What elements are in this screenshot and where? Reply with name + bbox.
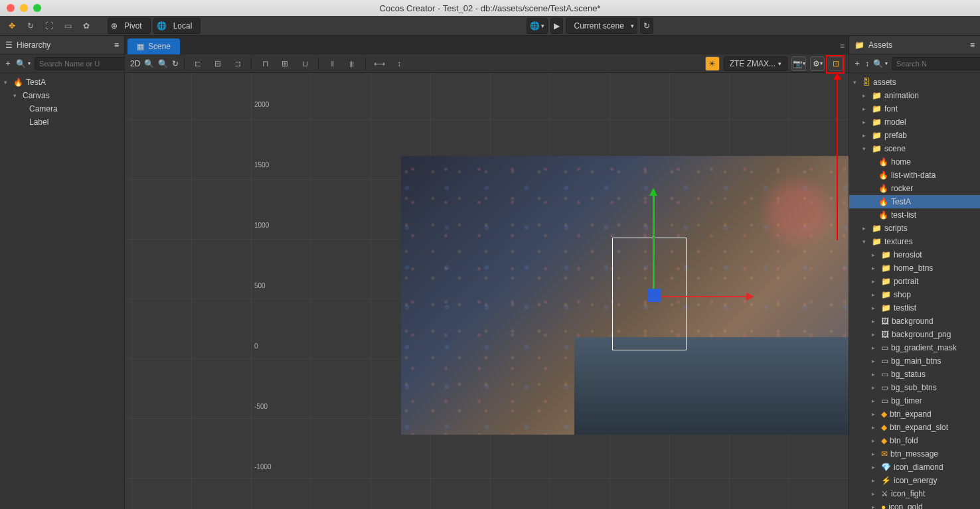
search-icon[interactable]: 🔍 [873, 59, 883, 68]
mode-2d-button[interactable]: 2D [130, 59, 140, 68]
scene-viewport[interactable]: 2000 1500 1000 500 0 -500 -1000 [125, 73, 849, 509]
add-node-button[interactable]: ＋ [4, 58, 12, 69]
gizmo-center[interactable] [647, 289, 661, 302]
distribute-h-icon[interactable]: ⫴ [324, 56, 340, 71]
align-bottom-icon[interactable]: ⊔ [297, 56, 313, 71]
image-icon: ⚡ [881, 476, 891, 485]
align-middle-icon[interactable]: ⊞ [277, 56, 293, 71]
asset-image[interactable]: ▸💎icon_diamond [849, 461, 980, 474]
asset-folder[interactable]: ▸📁animation [849, 89, 980, 102]
panel-menu-icon[interactable]: ≡ [836, 37, 849, 54]
asset-image[interactable]: ▸◆btn_fold [849, 434, 980, 447]
scene-tab[interactable]: ▦Scene [127, 38, 180, 54]
asset-image[interactable]: ▸▭bg_sub_btns [849, 381, 980, 394]
device-dropdown[interactable]: ZTE ZMAX...▾ [724, 56, 787, 71]
add-asset-button[interactable]: ＋ [853, 58, 861, 69]
asset-scene-selected[interactable]: 🔥TestA [849, 195, 980, 208]
asset-image[interactable]: ▸🖼background [849, 315, 980, 328]
asset-image[interactable]: ▸⚔icon_fight [849, 487, 980, 500]
spacing-h-icon[interactable]: ⟷ [371, 56, 387, 71]
asset-image[interactable]: ▸◆btn_expand [849, 407, 980, 421]
tree-node-label[interactable]: Label [0, 115, 124, 129]
image-icon: ▭ [881, 383, 888, 392]
ruler-mark: -1000 [254, 463, 272, 471]
asset-image[interactable]: ▸🖼background_png [849, 328, 980, 341]
move-tool-icon[interactable]: ✥ [4, 19, 20, 33]
close-window-button[interactable] [7, 4, 15, 12]
asset-scene[interactable]: 🔥home [849, 155, 980, 169]
asset-image[interactable]: ▸▭bg_gradient_mask [849, 341, 980, 354]
globe-icon: 🌐 [157, 21, 167, 31]
asset-image[interactable]: ▸▭bg_status [849, 368, 980, 381]
asset-image[interactable]: ▸●icon_gold [849, 500, 980, 509]
minimize-window-button[interactable] [20, 4, 28, 12]
panel-menu-icon[interactable]: ≡ [114, 40, 119, 50]
asset-scene[interactable]: 🔥list-with-data [849, 169, 980, 182]
light-toggle-icon[interactable]: ☀ [705, 56, 720, 71]
annotation-arrow [837, 74, 838, 240]
image-icon: ▭ [881, 356, 888, 366]
assets-title: Assets [868, 40, 892, 50]
align-left-icon[interactable]: ⊏ [190, 56, 206, 71]
assets-tree: ▾🗄assets ▸📁animation ▸📁font ▸📁model ▸📁pr… [849, 73, 980, 509]
gizmo-y-axis[interactable] [653, 189, 655, 295]
asset-image[interactable]: ▸⚡icon_energy [849, 474, 980, 487]
tree-node-root[interactable]: ▾🔥TestA [0, 76, 124, 89]
maximize-window-button[interactable] [33, 4, 41, 12]
reset-view-icon[interactable]: ↻ [172, 59, 179, 68]
gizmo-x-axis[interactable] [653, 296, 753, 297]
asset-folder[interactable]: ▸📁model [849, 115, 980, 129]
asset-folder[interactable]: ▸📁prefab [849, 129, 980, 142]
search-icon[interactable]: 🔍 [16, 59, 26, 68]
align-right-icon[interactable]: ⊐ [230, 56, 246, 71]
scene-dropdown[interactable]: Current scene▾ [566, 18, 637, 34]
align-center-icon[interactable]: ⊟ [210, 56, 226, 71]
asset-folder[interactable]: ▸📁testlist [849, 301, 980, 315]
web-preview-button[interactable]: 🌐▾ [527, 18, 548, 34]
asset-folder[interactable]: ▸📁portrait [849, 275, 980, 288]
hierarchy-title: Hierarchy [17, 40, 50, 50]
asset-folder[interactable]: ▸📁shop [849, 288, 980, 301]
panel-menu-icon[interactable]: ≡ [970, 40, 975, 50]
rect-tool-icon[interactable]: ▭ [60, 19, 76, 33]
hierarchy-search-input[interactable] [35, 57, 135, 70]
pivot-button[interactable]: ⊕ Pivot [108, 18, 151, 34]
hierarchy-icon: ☰ [5, 40, 13, 50]
asset-folder[interactable]: ▾📁textures [849, 235, 980, 248]
camera-button[interactable]: 📷▾ [791, 56, 806, 71]
asset-scene[interactable]: 🔥test-list [849, 208, 980, 222]
assets-search-input[interactable] [892, 57, 980, 70]
zoom-out-icon[interactable]: 🔍 [158, 59, 168, 68]
asset-image[interactable]: ▸▭bg_main_btns [849, 354, 980, 368]
refresh-button[interactable]: ↻ [640, 18, 653, 34]
asset-folder[interactable]: ▸📁scripts [849, 222, 980, 235]
asset-scene[interactable]: 🔥rocker [849, 182, 980, 195]
asset-root[interactable]: ▾🗄assets [849, 76, 980, 89]
folder-icon: 📁 [855, 40, 864, 50]
zoom-in-icon[interactable]: 🔍 [144, 59, 154, 68]
asset-folder[interactable]: ▾📁scene [849, 142, 980, 155]
play-icon: ▶ [554, 21, 560, 31]
window-title: Cocos Creator - Test_02 - db://assets/sc… [380, 3, 601, 13]
spacing-v-icon[interactable]: ↕ [391, 56, 407, 71]
asset-folder[interactable]: ▸📁font [849, 102, 980, 115]
rotate-tool-icon[interactable]: ↻ [23, 19, 39, 33]
sort-icon[interactable]: ↕ [865, 59, 869, 68]
scale-tool-icon[interactable]: ⛶ [41, 19, 57, 33]
settings-icon[interactable]: ✿ [78, 19, 94, 33]
asset-folder[interactable]: ▸📁home_btns [849, 261, 980, 275]
asset-image[interactable]: ▸▭bg_timer [849, 394, 980, 407]
scene-tab-icon: ▦ [137, 42, 144, 51]
distribute-v-icon[interactable]: ⫼ [344, 56, 360, 71]
local-button[interactable]: 🌐 Local [153, 18, 201, 34]
align-top-icon[interactable]: ⊓ [257, 56, 273, 71]
tree-node-canvas[interactable]: ▾Canvas [0, 89, 124, 102]
play-button[interactable]: ▶ [550, 18, 563, 34]
gear-icon[interactable]: ⚙▾ [810, 56, 825, 71]
asset-image[interactable]: ▸◆btn_expand_slot [849, 421, 980, 434]
asset-folder[interactable]: ▸📁heroslot [849, 248, 980, 261]
assets-panel: 📁Assets ≡ ＋ ↕ 🔍▾ ⤢ ☰ ▾🗄assets ▸📁animatio… [849, 36, 980, 509]
tree-node-camera[interactable]: Camera [0, 102, 124, 115]
ruler-mark: 1500 [254, 161, 269, 169]
asset-image[interactable]: ▸✉btn_message [849, 447, 980, 461]
